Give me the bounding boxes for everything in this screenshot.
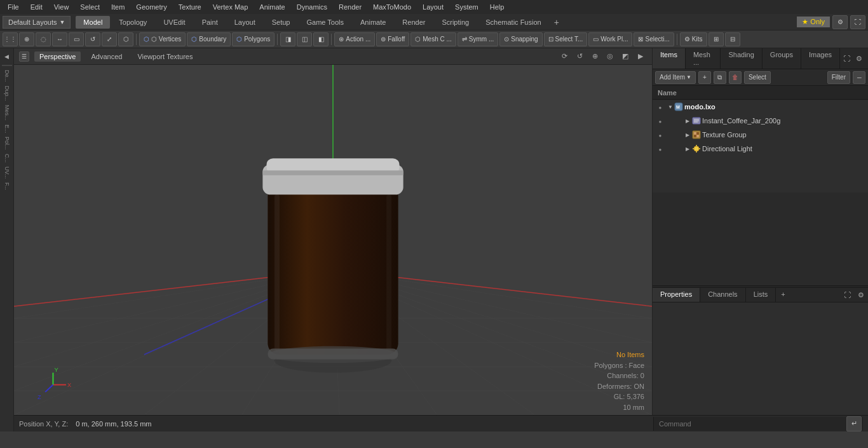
sidebar-label-dup[interactable]: Dup... — [3, 85, 11, 102]
menu-layout[interactable]: Layout — [417, 2, 449, 12]
viewport-zoom-icon[interactable]: ⊕ — [588, 50, 601, 63]
item-arrow-coffee[interactable]: ▶ — [686, 118, 689, 124]
menu-render[interactable]: Render — [334, 2, 367, 12]
sidebar-label-uv[interactable]: UV... — [3, 165, 11, 180]
lasso-icon[interactable]: ◌ — [36, 32, 51, 46]
action-button[interactable]: ⊛ Action ... — [334, 32, 375, 46]
sidebar-label-f[interactable]: F... — [3, 181, 11, 191]
snapping-button[interactable]: ⊙ Snapping — [499, 32, 542, 46]
right-tab-mesh[interactable]: Mesh ... — [686, 48, 721, 69]
symm-button[interactable]: ⇌ Symm ... — [458, 32, 498, 46]
sidebar-label-de[interactable]: De... — [3, 69, 11, 83]
duplicate-item-icon[interactable]: ⧉ — [714, 71, 726, 84]
viewport[interactable]: ☰ Perspective Advanced Viewport Textures… — [14, 48, 652, 415]
right-tab-items[interactable]: Items — [653, 48, 686, 69]
tab-uvedit[interactable]: UVEdit — [156, 16, 193, 29]
sidebar-label-pol[interactable]: Pol... — [3, 135, 11, 151]
select-button[interactable]: Select — [744, 71, 771, 84]
tab-model[interactable]: Model — [76, 16, 110, 29]
select-t-button[interactable]: ⊡ Select T... — [544, 32, 588, 46]
menu-view[interactable]: View — [49, 2, 74, 12]
move-icon[interactable]: ↔ — [52, 32, 67, 46]
viewport-expand-icon[interactable]: ▶ — [634, 50, 647, 63]
command-input[interactable] — [654, 420, 846, 428]
layout-settings-icon[interactable]: ⚙ — [832, 15, 848, 29]
prop-settings-icon[interactable]: ⚙ — [854, 288, 868, 302]
add-item-button[interactable]: Add Item ▼ — [655, 71, 696, 84]
menu-dynamics[interactable]: Dynamics — [292, 2, 332, 12]
tab-schematic-fusion[interactable]: Schematic Fusion — [478, 16, 548, 29]
sidebar-label-mes[interactable]: Mes... — [3, 104, 11, 122]
menu-select[interactable]: Select — [75, 2, 105, 12]
shading-mode-icon[interactable]: ◨ — [280, 32, 295, 46]
right-panel-expand-icon[interactable]: ⛶ — [840, 52, 853, 65]
viewport-canvas[interactable]: X Y Z No Items Polygons : Face Channels:… — [14, 65, 652, 415]
globe-icon[interactable]: ⊕ — [19, 32, 34, 46]
layout-fullscreen-icon[interactable]: ⛶ — [850, 15, 865, 29]
prop-tab-channels[interactable]: Channels — [700, 288, 745, 302]
item-row-light[interactable]: ▶ Directional Light — [653, 142, 868, 156]
delete-item-icon[interactable]: 🗑 — [729, 71, 742, 84]
viewport-tab-advanced[interactable]: Advanced — [86, 51, 127, 62]
menu-vertex-map[interactable]: Vertex Map — [208, 2, 254, 12]
collapse-panel-icon[interactable]: − — [853, 71, 865, 84]
menu-texture[interactable]: Texture — [173, 2, 207, 12]
prop-tab-lists[interactable]: Lists — [746, 288, 776, 302]
kits-button[interactable]: ⚙ Kits — [680, 32, 707, 46]
tab-layout[interactable]: Layout — [227, 16, 263, 29]
viewport-tab-textures[interactable]: Viewport Textures — [132, 51, 198, 62]
item-arrow-texture[interactable]: ▶ — [686, 132, 689, 138]
viewport-menu-icon[interactable]: ☰ — [19, 51, 29, 62]
viewport-frame-icon[interactable]: ◎ — [604, 50, 616, 63]
sidebar-toggle[interactable]: ◀ — [1, 51, 13, 62]
star-only-button[interactable]: ★ Only — [797, 17, 830, 27]
rotate-icon[interactable]: ↺ — [85, 32, 100, 46]
work-pl-button[interactable]: ▭ Work Pl... — [588, 32, 632, 46]
shape-icon[interactable]: ⬡ — [118, 32, 133, 46]
item-expand-icon-modo[interactable] — [668, 104, 673, 110]
drag-handle-icon[interactable]: ⋮⋮ — [3, 32, 18, 46]
tab-scripting[interactable]: Scripting — [434, 16, 477, 29]
tab-animate[interactable]: Animate — [353, 16, 393, 29]
wire-mode1-icon[interactable]: ◫ — [297, 32, 312, 46]
viewport-tab-perspective[interactable]: Perspective — [34, 51, 81, 62]
item-row-instant-coffee[interactable]: ▶ Instant_Coffee_Jar_200g — [653, 114, 868, 128]
view-grid-icon[interactable]: ⊞ — [709, 32, 724, 46]
menu-item[interactable]: Item — [106, 2, 130, 12]
mesh-c-button[interactable]: ⬡ Mesh C ... — [410, 32, 456, 46]
add-layout-tab-button[interactable]: + — [550, 17, 563, 27]
right-tab-images[interactable]: Images — [801, 48, 840, 69]
menu-help[interactable]: Help — [485, 2, 510, 12]
tab-topology[interactable]: Topology — [111, 16, 154, 29]
menu-geometry[interactable]: Geometry — [131, 2, 172, 12]
falloff-button[interactable]: ⊚ Falloff — [376, 32, 409, 46]
filter-button[interactable]: Filter — [827, 71, 850, 84]
tab-render[interactable]: Render — [395, 16, 433, 29]
vertices-button[interactable]: ⬡ ⬡ Vertices — [139, 32, 186, 46]
item-eye-icon-light[interactable] — [655, 144, 665, 154]
view-single-icon[interactable]: ⊟ — [725, 32, 740, 46]
tab-paint[interactable]: Paint — [194, 16, 226, 29]
scale-icon[interactable]: ⤢ — [102, 32, 117, 46]
item-eye-icon-coffee[interactable] — [655, 116, 665, 126]
sidebar-label-c[interactable]: C... — [3, 153, 11, 164]
item-eye-icon-texture[interactable] — [655, 130, 665, 140]
selecti-button[interactable]: ⊠ Selecti... — [634, 32, 674, 46]
layout-dropdown[interactable]: Default Layouts ▼ — [3, 16, 71, 29]
polygons-button[interactable]: ⬡ Polygons — [232, 32, 275, 46]
prop-tab-properties[interactable]: Properties — [653, 288, 700, 302]
menu-system[interactable]: System — [450, 2, 484, 12]
item-row-modo-lxo[interactable]: M modo.lxo — [653, 100, 868, 114]
wire-mode2-icon[interactable]: ◧ — [313, 32, 329, 46]
prop-add-tab-button[interactable]: + — [776, 288, 790, 302]
item-eye-icon-modo[interactable] — [655, 102, 665, 112]
viewport-reset-icon[interactable]: ⟳ — [558, 50, 571, 63]
tab-setup[interactable]: Setup — [264, 16, 298, 29]
box-select-icon[interactable]: ▭ — [69, 32, 84, 46]
menu-animate[interactable]: Animate — [254, 2, 290, 12]
right-tab-groups[interactable]: Groups — [763, 48, 801, 69]
menu-maxtomodo[interactable]: MaxToModo — [368, 2, 416, 12]
right-tab-shading[interactable]: Shading — [721, 48, 762, 69]
item-row-texture-group[interactable]: ▶ Texture Group — [653, 128, 868, 142]
prop-expand-icon[interactable]: ⛶ — [840, 288, 854, 302]
